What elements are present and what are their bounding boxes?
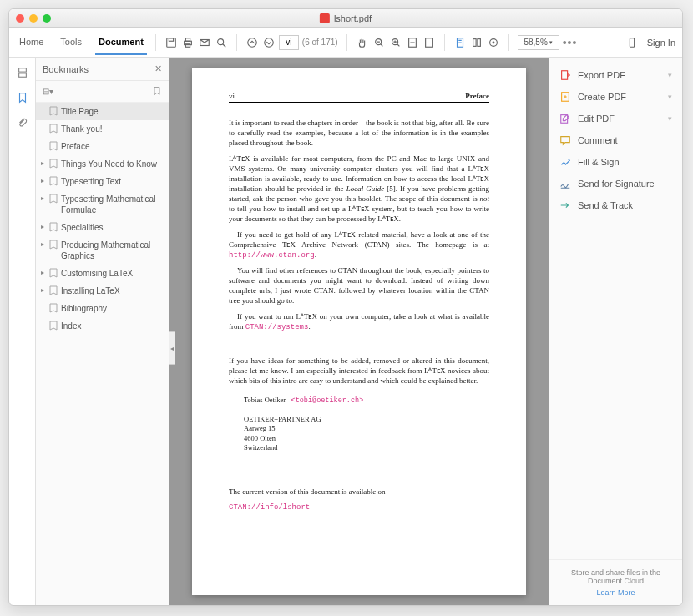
bookmark-label: Preface — [61, 141, 164, 152]
bookmark-icon — [49, 106, 58, 116]
svg-rect-14 — [473, 38, 476, 46]
page-display-icon[interactable] — [470, 36, 483, 49]
page-text: The current version of this document is … — [229, 487, 489, 497]
left-rail — [9, 58, 36, 605]
page-down-icon[interactable] — [262, 36, 276, 49]
bookmark-item[interactable]: ▸Installing LaTeX — [36, 282, 169, 300]
fit-width-icon[interactable] — [406, 36, 419, 49]
zoom-select[interactable]: 58,5%▾ — [518, 35, 559, 50]
collapse-handle[interactable]: ◂ — [169, 331, 175, 365]
expand-icon[interactable]: ▸ — [39, 286, 46, 295]
bookmark-item[interactable]: ▸Producing Mathematical Graphics — [36, 236, 169, 265]
ctan-systems-link[interactable]: CTAN://systems — [245, 323, 309, 331]
print-icon[interactable] — [181, 36, 195, 49]
bookmark-item[interactable]: Thank you! — [36, 120, 169, 138]
mobile-icon[interactable] — [625, 36, 639, 49]
zoom-out-icon[interactable] — [372, 36, 386, 49]
new-bookmark-icon[interactable] — [152, 86, 162, 98]
page-input[interactable] — [279, 35, 299, 50]
tool-item[interactable]: Edit PDF▾ — [549, 108, 682, 129]
tool-item[interactable]: Comment — [549, 129, 682, 151]
tool-icon — [559, 91, 571, 103]
bookmark-item[interactable]: ▸Typesetting Mathematical Formulae — [36, 190, 169, 219]
tool-item[interactable]: Fill & Sign — [549, 151, 682, 173]
author-email[interactable]: <tobi@oetiker.ch> — [291, 396, 364, 405]
bookmark-icon — [49, 268, 58, 278]
save-icon[interactable] — [164, 36, 178, 49]
minimize-button[interactable] — [29, 14, 38, 23]
bookmark-item[interactable]: Index — [36, 317, 169, 335]
tab-tools[interactable]: Tools — [57, 37, 85, 48]
fit-page-icon[interactable] — [422, 36, 436, 49]
bookmark-label: Thank you! — [61, 124, 164, 134]
sign-in-link[interactable]: Sign In — [647, 38, 675, 48]
chevron-down-icon: ▾ — [668, 93, 672, 101]
cloud-promo: Store and share files in the Document Cl… — [549, 559, 682, 605]
page-text: CTAN://info/lshort — [229, 502, 489, 512]
thumbnails-icon[interactable] — [16, 66, 29, 79]
mail-icon[interactable] — [198, 36, 211, 49]
expand-icon[interactable]: ▸ — [39, 223, 46, 231]
svg-rect-3 — [185, 38, 190, 41]
page-nav: (6 of 171) — [279, 35, 338, 50]
select-tool-icon[interactable] — [453, 36, 467, 49]
expand-icon[interactable]: ▸ — [39, 159, 46, 168]
tools-list: Export PDF▾Create PDF▾Edit PDF▾CommentFi… — [549, 58, 682, 223]
document-area[interactable]: ◂ vi Preface It is important to read the… — [169, 58, 549, 605]
bookmark-item[interactable]: ▸Things You Need to Know — [36, 155, 169, 173]
lshort-link[interactable]: CTAN://info/lshort — [229, 503, 310, 512]
svg-point-6 — [217, 38, 223, 44]
tool-icon — [559, 134, 571, 146]
close-icon[interactable]: ✕ — [154, 63, 162, 74]
close-button[interactable] — [16, 14, 24, 23]
bookmarks-header: Bookmarks ✕ — [36, 58, 169, 81]
expand-icon[interactable]: ▸ — [39, 240, 46, 249]
bookmark-label: Producing Mathematical Graphics — [61, 240, 164, 261]
page-up-icon[interactable] — [245, 36, 259, 49]
title-text: lshort.pdf — [334, 13, 372, 23]
hand-tool-icon[interactable] — [356, 36, 369, 49]
bookmark-item[interactable]: Title Page — [36, 103, 169, 120]
expand-icon[interactable]: ▸ — [39, 194, 46, 203]
tool-label: Export PDF — [578, 70, 625, 80]
bookmark-item[interactable]: Preface — [36, 138, 169, 155]
bookmark-label: Bibliography — [61, 303, 164, 314]
toolbar: Home Tools Document (6 of 171) 58,5%▾ ••… — [9, 28, 682, 58]
tool-icon — [559, 178, 571, 189]
tool-item[interactable]: Export PDF▾ — [549, 64, 682, 86]
bookmark-item[interactable]: Bibliography — [36, 300, 169, 317]
learn-more-link[interactable]: Learn More — [558, 588, 674, 597]
bookmark-options-icon[interactable]: ⊟▾ — [43, 87, 53, 96]
bookmark-icon — [49, 194, 58, 204]
read-mode-icon[interactable] — [487, 36, 500, 49]
tool-item[interactable]: Create PDF▾ — [549, 86, 682, 108]
bookmarks-title: Bookmarks — [43, 64, 89, 74]
expand-icon[interactable]: ▸ — [39, 177, 46, 185]
ctan-link[interactable]: http://www.ctan.org — [229, 251, 315, 260]
bookmarks-icon[interactable] — [16, 91, 29, 104]
page-text: If you need to get hold of any LᴬTᴇX rel… — [229, 230, 489, 260]
zoom-in-icon[interactable] — [389, 36, 402, 49]
tool-item[interactable]: Send for Signature — [549, 173, 682, 194]
tool-item[interactable]: Send & Track — [549, 194, 682, 216]
page-section: Preface — [465, 91, 489, 101]
tab-home[interactable]: Home — [16, 37, 47, 48]
bookmark-label: Installing LaTeX — [61, 285, 164, 296]
tool-label: Fill & Sign — [578, 157, 620, 167]
separator — [444, 34, 445, 51]
bookmark-item[interactable]: ▸Typesetting Text — [36, 173, 169, 190]
maximize-button[interactable] — [43, 14, 51, 23]
tab-document[interactable]: Document — [95, 37, 147, 55]
more-tools-icon[interactable]: ••• — [563, 36, 578, 49]
bookmark-item[interactable]: ▸Customising LaTeX — [36, 265, 169, 282]
svg-rect-0 — [167, 38, 176, 47]
search-icon[interactable] — [215, 36, 228, 49]
pdf-page: vi Preface It is important to read the c… — [192, 68, 526, 595]
bookmark-icon — [49, 141, 58, 151]
attachments-icon[interactable] — [16, 116, 29, 129]
page-text: It is important to read the chapters in … — [229, 118, 489, 148]
expand-icon[interactable]: ▸ — [39, 269, 46, 277]
tools-panel: Export PDF▾Create PDF▾Edit PDF▾CommentFi… — [549, 58, 682, 605]
bookmark-icon — [49, 303, 58, 313]
bookmark-item[interactable]: ▸Specialities — [36, 219, 169, 236]
